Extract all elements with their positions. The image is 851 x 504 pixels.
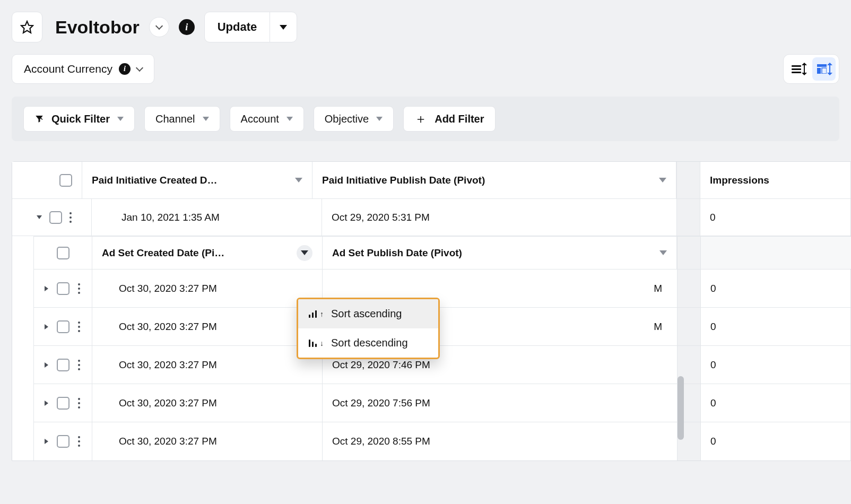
add-filter-button[interactable]: ＋ Add Filter	[403, 106, 495, 132]
view-compact-button[interactable]	[787, 57, 810, 81]
cell-value: M	[654, 321, 662, 333]
col-header-initiative-publish[interactable]: Paid Initiative Publish Date (Pivot)	[312, 162, 676, 198]
chevron-down-icon	[155, 22, 163, 30]
row-checkbox[interactable]	[49, 211, 62, 224]
plus-icon: ＋	[414, 112, 427, 125]
col-label: Impressions	[710, 175, 769, 186]
col-label: Ad Set Created Date (Pi…	[102, 247, 224, 259]
col-header-adset-publish[interactable]: Ad Set Publish Date (Pivot)	[323, 237, 677, 269]
caret-down-icon	[203, 117, 209, 121]
row-menu-button[interactable]	[78, 283, 80, 294]
row-checkbox[interactable]	[57, 359, 70, 371]
svg-rect-3	[822, 68, 827, 74]
account-filter[interactable]: Account	[230, 106, 304, 132]
table-row: Oct 30, 2020 3:27 PM M 0	[34, 308, 850, 346]
column-gap	[677, 308, 700, 345]
svg-rect-1	[817, 64, 827, 67]
select-all-adset-checkbox[interactable]	[57, 247, 70, 259]
cell-value: 0	[710, 212, 716, 223]
column-gap	[676, 199, 700, 236]
svg-marker-0	[21, 21, 33, 33]
caret-down-icon	[659, 178, 666, 183]
caret-down-icon	[295, 178, 302, 183]
table-row: Oct 30, 2020 3:27 PM Oct 29, 2020 7:46 P…	[34, 346, 850, 384]
col-label: Paid Initiative Publish Date (Pivot)	[322, 175, 485, 186]
info-icon[interactable]: i	[179, 19, 195, 35]
caret-down-icon	[280, 25, 287, 30]
caret-down-icon	[659, 250, 667, 255]
table-row: Oct 30, 2020 3:27 PM M 0	[34, 270, 850, 308]
column-gap	[676, 162, 700, 198]
currency-selector[interactable]: Account Currency i	[12, 54, 154, 84]
caret-down-icon	[286, 117, 293, 121]
scrollbar-thumb[interactable]	[678, 376, 684, 440]
expand-toggle[interactable]	[45, 439, 48, 444]
menu-label: Sort descending	[331, 337, 408, 349]
col-menu-button[interactable]	[297, 245, 312, 261]
cell-value: Oct 29, 2020 7:46 PM	[332, 359, 430, 371]
sort-descending-item[interactable]: ↓ Sort descending	[298, 328, 438, 358]
star-icon	[20, 20, 34, 34]
cell-value: 0	[710, 283, 716, 294]
table-row: Oct 30, 2020 3:27 PM Oct 29, 2020 8:55 P…	[34, 422, 850, 460]
add-filter-label: Add Filter	[435, 113, 484, 125]
sort-ascending-item[interactable]: ↑ Sort ascending	[298, 299, 438, 328]
filter-label: Account	[241, 113, 279, 125]
cell-value: Oct 30, 2020 3:27 PM	[119, 283, 217, 294]
currency-label: Account Currency	[24, 63, 112, 75]
expand-toggle[interactable]	[45, 324, 48, 329]
cell-value: Oct 29, 2020 7:56 PM	[332, 397, 430, 409]
caret-down-icon	[117, 117, 124, 121]
menu-label: Sort ascending	[331, 308, 402, 320]
quick-filter-label: Quick Filter	[51, 113, 110, 125]
cell-value: Oct 30, 2020 3:27 PM	[119, 321, 217, 333]
filter-bar: Quick Filter Channel Account Objective ＋…	[12, 97, 839, 141]
update-menu-button[interactable]	[270, 12, 297, 42]
caret-down-icon	[376, 117, 383, 121]
table-row: Oct 30, 2020 3:27 PM Oct 29, 2020 7:56 P…	[34, 384, 850, 422]
col-label: Paid Initiative Created D…	[92, 175, 218, 186]
row-checkbox[interactable]	[57, 282, 70, 295]
cell-value: Oct 30, 2020 3:27 PM	[119, 436, 217, 447]
view-toggle	[783, 54, 839, 84]
col-header-impressions[interactable]: Impressions	[700, 162, 851, 198]
cell-value: Oct 29, 2020 8:55 PM	[332, 436, 430, 447]
select-all-checkbox[interactable]	[59, 174, 72, 187]
col-header-initiative-created[interactable]: Paid Initiative Created D…	[82, 162, 312, 198]
quick-filter-button[interactable]: Quick Filter	[23, 106, 135, 132]
sort-asc-icon: ↑	[309, 310, 324, 318]
caret-down-icon	[301, 250, 308, 255]
filter-icon	[34, 114, 44, 124]
svg-rect-2	[817, 68, 821, 74]
cell-value: 0	[710, 397, 716, 409]
sort-desc-icon: ↓	[309, 340, 324, 347]
favorite-button[interactable]	[12, 12, 42, 42]
cell-value: 0	[710, 359, 716, 371]
data-grid: Paid Initiative Created D… Paid Initiati…	[12, 161, 851, 461]
expand-toggle[interactable]	[45, 286, 48, 291]
row-menu-button[interactable]	[78, 398, 80, 409]
cell-value: Oct 30, 2020 3:27 PM	[119, 359, 217, 371]
pivot-icon	[817, 64, 827, 74]
row-menu-button[interactable]	[70, 212, 72, 223]
row-checkbox[interactable]	[57, 320, 70, 333]
expand-toggle[interactable]	[45, 362, 48, 368]
expand-toggle[interactable]	[45, 401, 48, 406]
row-checkbox[interactable]	[57, 397, 70, 410]
sort-menu: ↑ Sort ascending ↓ Sort descending	[297, 298, 440, 359]
view-pivot-button[interactable]	[812, 57, 836, 81]
row-checkbox[interactable]	[57, 435, 70, 448]
bars-icon	[792, 65, 801, 73]
row-menu-button[interactable]	[78, 321, 80, 332]
update-button[interactable]: Update	[205, 12, 270, 42]
cell-value: 0	[710, 436, 716, 447]
row-menu-button[interactable]	[78, 436, 80, 447]
impressions-blank-header	[700, 237, 851, 269]
title-menu-button[interactable]	[149, 17, 169, 37]
channel-filter[interactable]: Channel	[144, 106, 220, 132]
row-menu-button[interactable]	[78, 360, 80, 370]
objective-filter[interactable]: Objective	[314, 106, 394, 132]
cell-value: 0	[710, 321, 716, 333]
expand-toggle[interactable]	[37, 215, 42, 219]
col-header-adset-created[interactable]: Ad Set Created Date (Pi…	[92, 237, 323, 269]
